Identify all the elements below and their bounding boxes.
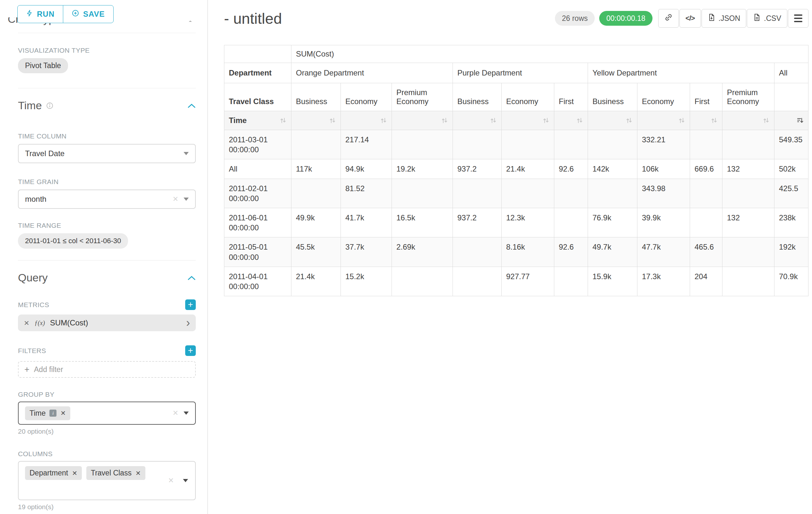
- clear-icon[interactable]: ✕: [168, 477, 174, 484]
- time-section-header[interactable]: Time: [18, 99, 196, 112]
- menu-button[interactable]: [788, 9, 809, 28]
- group-by-token[interactable]: Time i ✕: [25, 406, 70, 420]
- collapse-section-icon[interactable]: [187, 275, 196, 280]
- sort-icon[interactable]: [762, 117, 770, 124]
- sort-icon[interactable]: [626, 117, 633, 124]
- pivot-value-cell: 81.52: [341, 179, 392, 208]
- app-root: Chart Type RUN SAVE VISUALIZATION TYPE P…: [0, 0, 812, 514]
- visualization-type-pill[interactable]: Pivot Table: [18, 58, 68, 73]
- pivot-value-cell: 49.9k: [291, 208, 341, 237]
- remove-token-icon[interactable]: ✕: [72, 470, 77, 477]
- collapse-section-icon[interactable]: [187, 103, 196, 108]
- save-button[interactable]: SAVE: [63, 5, 114, 23]
- add-metric-button[interactable]: +: [185, 299, 196, 310]
- pivot-travel-class-header: Business: [588, 83, 637, 111]
- run-button-label: RUN: [37, 10, 55, 19]
- export-json-button[interactable]: .JSON: [702, 9, 747, 28]
- sort-icon[interactable]: [441, 117, 448, 124]
- run-button[interactable]: RUN: [17, 5, 63, 23]
- pivot-sort-cell: [453, 111, 502, 130]
- columns-token-label: Travel Class: [91, 469, 132, 477]
- pivot-row-header: 2011-05-01 00:00:00: [224, 237, 291, 267]
- pivot-travel-class-dimension-label: Travel Class: [224, 83, 291, 111]
- file-download-icon: [708, 13, 716, 23]
- export-json-label: .JSON: [719, 14, 741, 23]
- pivot-sort-cell: [341, 111, 392, 130]
- sort-icon[interactable]: [543, 117, 549, 124]
- menu-icon: [794, 15, 802, 22]
- pivot-value-cell: 76.9k: [588, 208, 637, 237]
- time-range-pill[interactable]: 2011-01-01 ≤ col < 2011-06-30: [18, 233, 128, 249]
- pivot-row-header: 2011-04-01 00:00:00: [224, 267, 291, 296]
- pivot-row-header: All: [224, 159, 291, 179]
- pivot-value-cell: 19.2k: [392, 159, 453, 179]
- sort-icon[interactable]: [380, 117, 387, 124]
- pivot-data-row: 2011-05-01 00:00:0045.5k37.7k2.69k8.16k9…: [224, 237, 809, 267]
- pivot-value-cell: 425.5: [775, 179, 809, 208]
- pivot-data-row: 2011-03-01 00:00:00217.14332.21549.35: [224, 130, 809, 159]
- sort-icon[interactable]: [576, 117, 583, 124]
- sort-icon[interactable]: [678, 117, 685, 124]
- caret-down-icon[interactable]: [183, 479, 188, 482]
- time-column-select[interactable]: Travel Date: [18, 144, 196, 163]
- export-csv-label: .CSV: [764, 14, 781, 23]
- pivot-value-cell: [690, 130, 722, 159]
- copy-link-button[interactable]: [658, 9, 679, 28]
- metrics-label: METRICS: [18, 301, 49, 309]
- columns-token-department[interactable]: Department ✕: [25, 466, 82, 480]
- pivot-travel-class-header: Premium Economy: [392, 83, 453, 111]
- chevron-right-icon[interactable]: ›: [186, 318, 190, 328]
- add-filter-button[interactable]: + Add filter: [18, 361, 196, 378]
- caret-down-icon[interactable]: [183, 197, 189, 201]
- pivot-sort-cell: [588, 111, 637, 130]
- pivot-value-cell: 117k: [291, 159, 341, 179]
- columns-token-label: Department: [30, 469, 68, 477]
- pivot-value-cell: 2.69k: [392, 237, 453, 267]
- remove-token-icon[interactable]: ✕: [136, 470, 141, 477]
- caret-down-icon[interactable]: [183, 152, 189, 155]
- pivot-value-cell: [392, 267, 453, 296]
- pivot-department-dimension-label: Department: [224, 63, 291, 83]
- pivot-value-cell: 549.35: [775, 130, 809, 159]
- add-filter-plus-button[interactable]: +: [185, 345, 196, 356]
- sort-icon[interactable]: [280, 117, 287, 124]
- sort-desc-icon[interactable]: [796, 117, 804, 124]
- embed-code-button[interactable]: </>: [679, 9, 701, 28]
- columns-select[interactable]: Department ✕ Travel Class ✕ ✕: [18, 461, 196, 500]
- pivot-travel-class-header: [775, 83, 809, 111]
- pivot-value-cell: 12.3k: [502, 208, 554, 237]
- sort-icon[interactable]: [329, 117, 336, 124]
- group-by-select[interactable]: Time i ✕ ✕: [18, 402, 196, 425]
- chart-header: - untitled 26 rows 00:00:00.18 </>: [224, 0, 809, 28]
- remove-metric-icon[interactable]: ✕: [24, 320, 30, 326]
- metric-name: SUM(Cost): [50, 318, 181, 327]
- code-icon: </>: [686, 14, 695, 23]
- query-section-header[interactable]: Query: [18, 271, 196, 284]
- divider: [18, 260, 196, 261]
- chart-control-panel: Chart Type RUN SAVE VISUALIZATION TYPE P…: [0, 0, 208, 514]
- pivot-value-cell: 15.2k: [341, 267, 392, 296]
- chart-header-actions: 26 rows 00:00:00.18 </>: [555, 9, 809, 28]
- pivot-row-dimension-time: Time: [224, 111, 291, 130]
- chart-title[interactable]: - untitled: [224, 10, 282, 27]
- clear-icon[interactable]: ✕: [173, 410, 178, 417]
- sort-icon[interactable]: [710, 117, 718, 124]
- caret-down-icon[interactable]: [183, 411, 189, 415]
- columns-tokens: Department ✕ Travel Class ✕: [25, 466, 189, 480]
- chevron-up-icon[interactable]: [186, 18, 195, 22]
- export-csv-button[interactable]: .CSV: [747, 9, 787, 28]
- pivot-value-cell: [722, 130, 775, 159]
- time-grain-select[interactable]: month ✕: [18, 190, 196, 209]
- remove-token-icon[interactable]: ✕: [60, 410, 66, 416]
- export-button-group: </> .JSON .CSV: [658, 9, 809, 28]
- info-icon[interactable]: i: [50, 410, 57, 417]
- pivot-value-cell: 142k: [588, 159, 637, 179]
- query-timer-badge: 00:00:00.18: [599, 11, 652, 26]
- sort-icon[interactable]: [490, 117, 497, 124]
- clear-icon[interactable]: ✕: [173, 196, 178, 203]
- info-icon[interactable]: [46, 102, 53, 109]
- columns-token-travel-class[interactable]: Travel Class ✕: [86, 466, 145, 480]
- pivot-department-group-header: Yellow Department: [588, 63, 775, 83]
- pivot-row-header: 2011-06-01 00:00:00: [224, 208, 291, 237]
- metric-token[interactable]: ✕ ƒ(x) SUM(Cost) ›: [18, 315, 196, 331]
